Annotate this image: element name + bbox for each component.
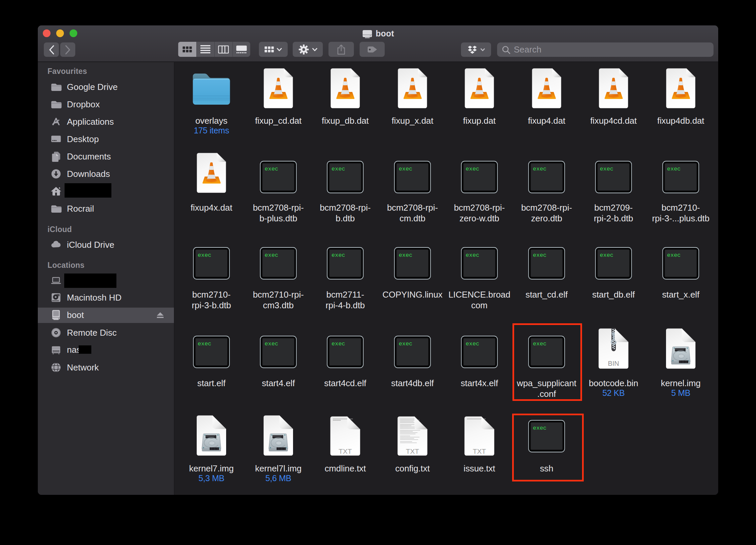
svg-text:TXT: TXT <box>339 447 352 455</box>
svg-text:exec: exec <box>533 166 547 172</box>
svg-text:exec: exec <box>399 341 412 347</box>
svg-text:exec: exec <box>466 252 479 258</box>
svg-text:exec: exec <box>265 252 278 258</box>
svg-text:exec: exec <box>399 166 412 172</box>
svg-text:exec: exec <box>332 341 345 347</box>
svg-text:TXT: TXT <box>406 447 419 455</box>
svg-text:TXT: TXT <box>473 447 486 455</box>
svg-text:exec: exec <box>667 252 681 258</box>
svg-text:exec: exec <box>265 166 278 172</box>
svg-text:exec: exec <box>399 252 412 258</box>
svg-text:exec: exec <box>265 341 278 347</box>
svg-text:exec: exec <box>600 252 613 258</box>
svg-text:exec: exec <box>198 252 211 258</box>
svg-text:exec: exec <box>466 166 479 172</box>
svg-text:exec: exec <box>600 166 613 172</box>
svg-text:exec: exec <box>332 252 345 258</box>
svg-text:exec: exec <box>667 166 681 172</box>
svg-text:exec: exec <box>533 252 547 258</box>
svg-text:exec: exec <box>198 341 211 347</box>
svg-text:exec: exec <box>332 166 345 172</box>
svg-text:BIN: BIN <box>608 360 619 367</box>
svg-text:exec: exec <box>466 341 479 347</box>
